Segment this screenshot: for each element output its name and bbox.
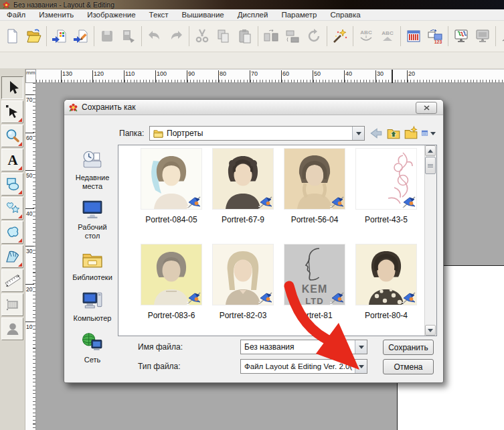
view-menu-icon[interactable] (421, 127, 436, 140)
place-item-1[interactable]: Рабочий стол (70, 199, 115, 240)
hruler-tick-20: 20 (407, 70, 415, 82)
close-icon (424, 105, 430, 111)
file-label: Portret-083-6 (148, 311, 195, 320)
toolbar-separator (448, 26, 448, 46)
file-label: Portret-67-9 (222, 215, 264, 224)
menu-item-5[interactable]: Дисплей (231, 11, 275, 19)
menu-item-3[interactable]: Текст (143, 11, 175, 19)
magic-wand-icon[interactable] (329, 25, 351, 48)
place-label: Недавние места (70, 173, 115, 190)
back-icon[interactable] (369, 127, 384, 140)
scroll-up-button[interactable] (425, 145, 436, 156)
open-file-icon[interactable] (23, 25, 44, 48)
save-icon[interactable] (96, 25, 118, 48)
file-item[interactable]: Portret-084-05 (141, 149, 202, 224)
realistic-view-icon[interactable] (450, 25, 472, 48)
file-item[interactable]: Portret-67-9 (212, 149, 274, 224)
toolbar-separator (46, 26, 47, 46)
dialog-titlebar[interactable]: Сохранить как (64, 100, 443, 115)
toolbar-separator (189, 26, 189, 46)
zoom-tool-icon[interactable] (1, 125, 23, 147)
stitch-simulator-icon[interactable] (498, 25, 504, 48)
cut-icon[interactable] (191, 25, 213, 48)
filename-combobox[interactable]: Без названия (240, 340, 367, 354)
ruler-unit-label: mm (25, 69, 36, 83)
horizontal-ruler: 1301201101009080706050403020 (36, 69, 504, 83)
menu-item-2[interactable]: Изображение (80, 11, 142, 19)
file-label: Portret-81 (297, 311, 332, 320)
mirror-horizontal-icon[interactable] (260, 25, 282, 48)
shapes-tool-icon[interactable] (1, 173, 23, 196)
thread-palette-icon[interactable] (403, 25, 424, 48)
file-thumbnail (356, 149, 416, 209)
file-list-scrollbar[interactable] (424, 145, 436, 336)
redo-icon[interactable] (165, 25, 187, 48)
place-item-4[interactable]: Сеть (70, 332, 115, 364)
hruler-tick-30: 30 (375, 70, 384, 82)
manual-punch-tool-icon[interactable] (1, 293, 23, 316)
text-arc-icon[interactable]: ABC (355, 25, 377, 48)
portrait-tool-icon[interactable] (1, 317, 23, 340)
point-edit-tool-icon[interactable] (1, 100, 23, 123)
import-image-icon[interactable] (49, 25, 70, 48)
cancel-button[interactable]: Отмена (383, 359, 434, 374)
stitch-view-icon[interactable] (472, 25, 493, 48)
filetype-dropdown-button[interactable] (355, 360, 367, 373)
toolbar-spacer (0, 52, 504, 69)
svg-text:ABC: ABC (382, 30, 394, 36)
mirror-vertical-icon[interactable] (282, 25, 303, 48)
fan-shape-tool-icon[interactable] (1, 245, 23, 268)
window-titlebar: Без названия - Layout & Editing (0, 0, 504, 9)
place-item-0[interactable]: Недавние места (70, 149, 115, 190)
filename-dropdown-button[interactable] (355, 340, 367, 354)
menu-item-4[interactable]: Вышивание (175, 11, 231, 19)
copy-icon[interactable] (213, 25, 234, 48)
save-button[interactable]: Сохранить (383, 340, 434, 355)
folder-combobox[interactable]: Портреты (149, 126, 365, 141)
file-item[interactable]: Portret-82-03 (212, 244, 274, 320)
file-item[interactable]: Portret-56-04 (284, 149, 345, 224)
scrollbar-thumb[interactable] (425, 157, 436, 174)
menu-item-1[interactable]: Изменить (32, 11, 80, 19)
place-item-3[interactable]: Компьютер (70, 290, 115, 323)
file-thumbnail: KEMLTD (284, 244, 345, 305)
menu-item-0[interactable]: Файл (0, 11, 32, 19)
text-tool-icon[interactable]: A (1, 149, 23, 171)
folder-dropdown-button[interactable] (352, 127, 364, 140)
save-as-dialog: Сохранить как Папка: Портреты Недавние м… (64, 99, 444, 383)
paste-icon[interactable] (234, 25, 256, 48)
sewing-order-icon[interactable]: 123 (424, 25, 446, 48)
image-to-stitch-wizard-icon[interactable] (70, 25, 92, 48)
file-label: Portret-56-04 (291, 215, 339, 224)
select-tool-icon[interactable] (1, 76, 23, 99)
filetype-combobox[interactable]: Файл Layout & Editing Ver. 2.0(*.PES) (240, 359, 367, 374)
file-thumbnail (213, 149, 273, 209)
file-item[interactable]: KEMLTDPortret-81 (284, 244, 345, 320)
write-to-card-icon[interactable] (118, 25, 139, 48)
dialog-close-button[interactable] (416, 102, 437, 114)
hruler-tick-120: 120 (92, 70, 104, 82)
network-icon (82, 332, 103, 354)
rotate-icon[interactable] (303, 25, 325, 48)
folder-label: Папка: (119, 129, 144, 138)
file-item[interactable]: Portret-083-6 (141, 244, 202, 320)
fancy-shapes-tool-icon[interactable] (1, 197, 23, 220)
toolbar: ABCABC123 (0, 21, 504, 52)
vruler-tick-20: 20 (26, 285, 32, 293)
measure-tool-icon[interactable] (1, 269, 23, 292)
new-document-icon[interactable] (1, 25, 23, 48)
menu-item-6[interactable]: Параметр (274, 11, 323, 19)
freeform-shape-tool-icon[interactable] (1, 221, 23, 244)
up-folder-icon[interactable] (386, 127, 401, 140)
new-folder-icon[interactable] (404, 127, 418, 140)
scroll-down-button[interactable] (425, 325, 436, 336)
computer-icon (82, 290, 103, 313)
file-item[interactable]: Portret-80-4 (355, 244, 417, 320)
text-transform-icon[interactable]: ABC (377, 25, 398, 48)
file-item[interactable]: Portret-43-5 (355, 149, 417, 224)
folder-icon (153, 129, 163, 138)
place-label: Рабочий стол (70, 223, 115, 240)
place-item-2[interactable]: Библиотеки (70, 249, 115, 282)
undo-icon[interactable] (144, 25, 165, 48)
menu-item-7[interactable]: Справка (323, 11, 367, 19)
